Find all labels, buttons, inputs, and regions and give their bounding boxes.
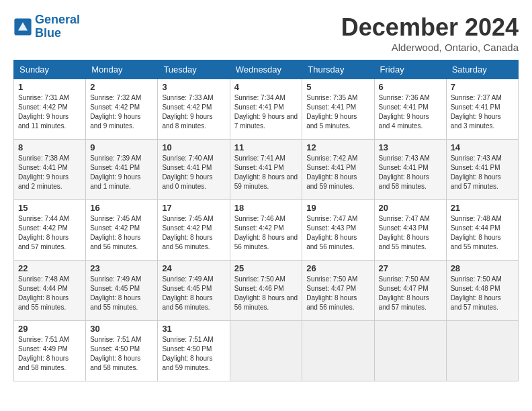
day-number: 26 [306, 263, 369, 273]
day-number: 18 [234, 203, 298, 213]
day-info: Sunrise: 7:38 AMSunset: 4:41 PMDaylight:… [18, 154, 69, 190]
day-of-week-header: Thursday [302, 60, 374, 79]
calendar-row: 29 Sunrise: 7:51 AMSunset: 4:49 PMDaylig… [14, 321, 519, 381]
day-number: 5 [306, 82, 369, 92]
calendar-cell: 1 Sunrise: 7:31 AMSunset: 4:42 PMDayligh… [14, 79, 86, 140]
calendar-cell [446, 321, 518, 381]
day-number: 3 [162, 82, 225, 92]
calendar-cell: 5 Sunrise: 7:35 AMSunset: 4:41 PMDayligh… [302, 79, 374, 140]
day-info: Sunrise: 7:50 AMSunset: 4:47 PMDaylight:… [379, 275, 430, 311]
day-info: Sunrise: 7:50 AMSunset: 4:48 PMDaylight:… [451, 275, 502, 311]
calendar-cell: 19 Sunrise: 7:47 AMSunset: 4:43 PMDaylig… [302, 200, 374, 261]
calendar-header-row: SundayMondayTuesdayWednesdayThursdayFrid… [14, 60, 519, 79]
day-number: 16 [90, 203, 153, 213]
day-number: 6 [379, 82, 442, 92]
day-number: 31 [162, 324, 225, 334]
day-info: Sunrise: 7:44 AMSunset: 4:42 PMDaylight:… [18, 215, 69, 250]
calendar-cell: 2 Sunrise: 7:32 AMSunset: 4:42 PMDayligh… [86, 79, 158, 140]
calendar-cell: 8 Sunrise: 7:38 AMSunset: 4:41 PMDayligh… [14, 140, 86, 200]
day-number: 12 [306, 142, 369, 152]
day-info: Sunrise: 7:41 AMSunset: 4:41 PMDaylight:… [234, 154, 298, 190]
day-info: Sunrise: 7:34 AMSunset: 4:41 PMDaylight:… [234, 94, 298, 130]
day-number: 11 [234, 142, 298, 152]
day-info: Sunrise: 7:45 AMSunset: 4:42 PMDaylight:… [90, 215, 141, 250]
day-number: 7 [451, 82, 514, 92]
day-info: Sunrise: 7:49 AMSunset: 4:45 PMDaylight:… [90, 275, 141, 311]
day-info: Sunrise: 7:49 AMSunset: 4:45 PMDaylight:… [162, 275, 213, 311]
calendar-cell: 11 Sunrise: 7:41 AMSunset: 4:41 PMDaylig… [230, 140, 302, 200]
logo: General Blue [13, 13, 80, 40]
calendar-cell: 30 Sunrise: 7:51 AMSunset: 4:50 PMDaylig… [86, 321, 158, 381]
calendar-cell: 26 Sunrise: 7:50 AMSunset: 4:47 PMDaylig… [302, 261, 374, 321]
day-info: Sunrise: 7:50 AMSunset: 4:47 PMDaylight:… [306, 275, 357, 311]
calendar-row: 22 Sunrise: 7:48 AMSunset: 4:44 PMDaylig… [14, 261, 519, 321]
day-number: 19 [306, 203, 369, 213]
day-number: 13 [379, 142, 442, 152]
day-number: 20 [379, 203, 442, 213]
calendar-cell: 21 Sunrise: 7:48 AMSunset: 4:44 PMDaylig… [446, 200, 518, 261]
day-of-week-header: Sunday [14, 60, 86, 79]
day-info: Sunrise: 7:33 AMSunset: 4:42 PMDaylight:… [162, 94, 213, 130]
day-info: Sunrise: 7:48 AMSunset: 4:44 PMDaylight:… [18, 275, 69, 311]
day-info: Sunrise: 7:51 AMSunset: 4:50 PMDaylight:… [90, 336, 141, 371]
calendar-cell: 15 Sunrise: 7:44 AMSunset: 4:42 PMDaylig… [14, 200, 86, 261]
calendar-cell: 28 Sunrise: 7:50 AMSunset: 4:48 PMDaylig… [446, 261, 518, 321]
calendar-cell: 25 Sunrise: 7:50 AMSunset: 4:46 PMDaylig… [230, 261, 302, 321]
day-of-week-header: Friday [374, 60, 446, 79]
calendar-row: 1 Sunrise: 7:31 AMSunset: 4:42 PMDayligh… [14, 79, 519, 140]
day-number: 10 [162, 142, 225, 152]
day-number: 8 [18, 142, 81, 152]
day-info: Sunrise: 7:47 AMSunset: 4:43 PMDaylight:… [379, 215, 430, 250]
day-number: 29 [18, 324, 81, 334]
day-number: 22 [18, 263, 81, 273]
day-number: 2 [90, 82, 153, 92]
day-number: 17 [162, 203, 225, 213]
day-number: 23 [90, 263, 153, 273]
calendar-cell: 12 Sunrise: 7:42 AMSunset: 4:41 PMDaylig… [302, 140, 374, 200]
day-info: Sunrise: 7:36 AMSunset: 4:41 PMDaylight:… [379, 94, 430, 130]
calendar-cell: 7 Sunrise: 7:37 AMSunset: 4:41 PMDayligh… [446, 79, 518, 140]
calendar-cell: 17 Sunrise: 7:45 AMSunset: 4:42 PMDaylig… [158, 200, 230, 261]
calendar-cell: 22 Sunrise: 7:48 AMSunset: 4:44 PMDaylig… [14, 261, 86, 321]
calendar-cell: 9 Sunrise: 7:39 AMSunset: 4:41 PMDayligh… [86, 140, 158, 200]
day-info: Sunrise: 7:51 AMSunset: 4:50 PMDaylight:… [162, 336, 213, 371]
day-info: Sunrise: 7:31 AMSunset: 4:42 PMDaylight:… [18, 94, 69, 130]
day-number: 9 [90, 142, 153, 152]
day-of-week-header: Saturday [446, 60, 518, 79]
calendar-cell: 20 Sunrise: 7:47 AMSunset: 4:43 PMDaylig… [374, 200, 446, 261]
day-number: 1 [18, 82, 81, 92]
day-info: Sunrise: 7:51 AMSunset: 4:49 PMDaylight:… [18, 336, 69, 371]
day-of-week-header: Monday [86, 60, 158, 79]
day-of-week-header: Wednesday [230, 60, 302, 79]
calendar-body: 1 Sunrise: 7:31 AMSunset: 4:42 PMDayligh… [14, 79, 519, 381]
calendar-cell: 14 Sunrise: 7:43 AMSunset: 4:41 PMDaylig… [446, 140, 518, 200]
day-info: Sunrise: 7:46 AMSunset: 4:42 PMDaylight:… [234, 215, 298, 250]
day-info: Sunrise: 7:39 AMSunset: 4:41 PMDaylight:… [90, 154, 141, 190]
day-number: 25 [234, 263, 298, 273]
day-info: Sunrise: 7:43 AMSunset: 4:41 PMDaylight:… [451, 154, 502, 190]
calendar-cell: 10 Sunrise: 7:40 AMSunset: 4:41 PMDaylig… [158, 140, 230, 200]
calendar-cell: 4 Sunrise: 7:34 AMSunset: 4:41 PMDayligh… [230, 79, 302, 140]
calendar-row: 15 Sunrise: 7:44 AMSunset: 4:42 PMDaylig… [14, 200, 519, 261]
day-info: Sunrise: 7:45 AMSunset: 4:42 PMDaylight:… [162, 215, 213, 250]
location: Alderwood, Ontario, Canada [341, 42, 519, 53]
calendar-cell [230, 321, 302, 381]
calendar-cell: 31 Sunrise: 7:51 AMSunset: 4:50 PMDaylig… [158, 321, 230, 381]
logo-icon [13, 17, 32, 36]
month-title: December 2024 [341, 13, 519, 42]
day-number: 21 [451, 203, 514, 213]
day-info: Sunrise: 7:35 AMSunset: 4:41 PMDaylight:… [306, 94, 357, 130]
day-info: Sunrise: 7:47 AMSunset: 4:43 PMDaylight:… [306, 215, 357, 250]
day-number: 30 [90, 324, 153, 334]
logo-text: General Blue [35, 13, 80, 40]
calendar-table: SundayMondayTuesdayWednesdayThursdayFrid… [13, 60, 519, 381]
day-number: 24 [162, 263, 225, 273]
day-info: Sunrise: 7:43 AMSunset: 4:41 PMDaylight:… [379, 154, 430, 190]
calendar-cell: 18 Sunrise: 7:46 AMSunset: 4:42 PMDaylig… [230, 200, 302, 261]
page-header: General Blue December 2024 Alderwood, On… [13, 13, 519, 53]
day-info: Sunrise: 7:37 AMSunset: 4:41 PMDaylight:… [451, 94, 502, 130]
calendar-cell: 3 Sunrise: 7:33 AMSunset: 4:42 PMDayligh… [158, 79, 230, 140]
day-number: 4 [234, 82, 298, 92]
day-info: Sunrise: 7:40 AMSunset: 4:41 PMDaylight:… [162, 154, 213, 190]
day-info: Sunrise: 7:32 AMSunset: 4:42 PMDaylight:… [90, 94, 141, 130]
